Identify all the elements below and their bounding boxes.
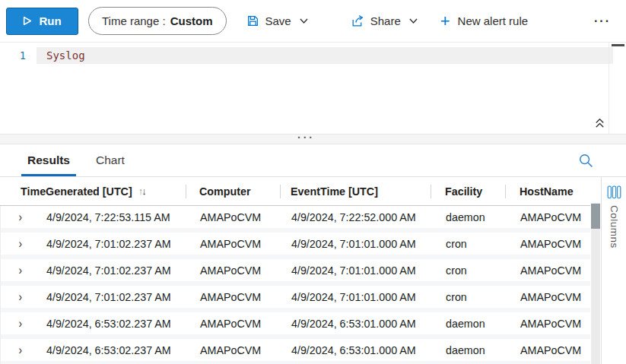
column-separator (186, 185, 186, 198)
query-toolbar: Run Time range : Custom Save (0, 0, 626, 43)
cell-event-time: 4/9/2024, 6:53:01.000 AM (281, 318, 431, 330)
columns-icon[interactable] (607, 185, 621, 199)
cell-hostname: AMAPoCVM (506, 264, 591, 277)
editor-scrollbar-track[interactable] (609, 43, 626, 134)
table-row[interactable]: › 4/9/2024, 7:01:02.237 AM AMAPoCVM 4/9/… (1, 286, 590, 312)
chevron-down-icon (300, 17, 308, 24)
collapse-editor-button[interactable] (591, 115, 608, 130)
cell-computer: AMAPoCVM (186, 264, 281, 277)
sort-icon[interactable]: ↑↓ (138, 185, 145, 197)
cell-computer: AMAPoCVM (186, 318, 281, 330)
cell-hostname: AMAPoCVM (506, 318, 591, 330)
cell-time-generated: 4/9/2024, 7:01:02.237 AM (40, 291, 186, 303)
share-icon (351, 14, 364, 27)
cell-facility: cron (431, 291, 506, 303)
row-expand-icon[interactable]: › (19, 290, 23, 303)
columns-panel-label[interactable]: Columns (609, 205, 620, 248)
cell-facility: daemon (431, 211, 506, 223)
cell-event-time: 4/9/2024, 7:22:52.000 AM (281, 211, 431, 223)
query-editor[interactable]: 1 Syslog (0, 43, 626, 134)
line-number: 1 (0, 49, 37, 62)
run-button-label: Run (39, 14, 61, 27)
cell-hostname: AMAPoCVM (506, 344, 591, 356)
search-icon[interactable] (578, 153, 595, 169)
cell-facility: cron (431, 238, 506, 250)
share-button-label: Share (370, 14, 401, 27)
cell-time-generated: 4/9/2024, 6:53:02.237 AM (40, 344, 186, 356)
more-options-button[interactable]: ··· (594, 14, 611, 28)
editor-scroll-marker (612, 44, 624, 46)
table-row[interactable]: › 4/9/2024, 7:01:02.237 AM AMAPoCVM 4/9/… (1, 259, 590, 286)
table-scrollbar[interactable] (591, 203, 600, 364)
share-button[interactable]: Share (351, 14, 418, 27)
current-line-highlight: Syslog (37, 47, 613, 64)
cell-facility: daemon (431, 318, 506, 330)
editor-line: 1 Syslog (0, 47, 613, 64)
cell-computer: AMAPoCVM (186, 291, 281, 303)
cell-event-time: 4/9/2024, 7:01:01.000 AM (281, 238, 431, 250)
cell-event-time: 4/9/2024, 6:53:01.000 AM (281, 344, 431, 356)
column-separator (280, 185, 281, 198)
chevron-down-icon (409, 17, 418, 24)
query-text: Syslog (46, 49, 85, 62)
cell-time-generated: 4/9/2024, 6:53:02.237 AM (40, 318, 186, 330)
table-row[interactable]: › 4/9/2024, 6:53:02.237 AM AMAPoCVM 4/9/… (1, 339, 590, 364)
double-chevron-up-icon (593, 116, 606, 129)
cell-time-generated: 4/9/2024, 7:01:02.237 AM (40, 264, 186, 277)
table-row[interactable]: › 4/9/2024, 7:01:02.237 AM AMAPoCVM 4/9/… (1, 233, 590, 259)
cell-hostname: AMAPoCVM (506, 291, 591, 303)
columns-panel: Columns (601, 177, 626, 364)
time-range-label: Time range : (102, 14, 166, 27)
cell-hostname: AMAPoCVM (506, 238, 591, 250)
table-row[interactable]: › 4/9/2024, 7:22:53.115 AM AMAPoCVM 4/9/… (1, 206, 590, 233)
cell-time-generated: 4/9/2024, 7:01:02.237 AM (40, 238, 186, 250)
save-icon (246, 14, 259, 27)
play-icon (23, 16, 32, 26)
header-hostname[interactable]: HostName (505, 185, 590, 198)
tab-results[interactable]: Results (21, 144, 76, 176)
cell-facility: cron (431, 264, 506, 277)
results-table-header: TimeGenerated [UTC] ↑↓ Computer EventTim… (0, 177, 590, 206)
save-button[interactable]: Save (246, 14, 308, 27)
row-expand-icon[interactable]: › (19, 264, 23, 277)
log-analytics-query-window: Run Time range : Custom Save (0, 0, 626, 364)
results-panel: Results Chart TimeGenerated [UTC] ↑↓ Com… (0, 144, 626, 364)
cell-event-time: 4/9/2024, 7:01:01.000 AM (281, 264, 431, 277)
cell-computer: AMAPoCVM (186, 211, 281, 223)
save-button-label: Save (265, 14, 291, 27)
table-row[interactable]: › 4/9/2024, 6:53:02.237 AM AMAPoCVM 4/9/… (1, 312, 590, 339)
new-alert-rule-label: New alert rule (458, 14, 529, 27)
cell-time-generated: 4/9/2024, 7:22:53.115 AM (40, 211, 186, 223)
header-computer[interactable]: Computer (186, 185, 280, 198)
cell-hostname: AMAPoCVM (506, 211, 591, 223)
row-expand-icon[interactable]: › (19, 343, 23, 356)
column-separator (431, 185, 431, 198)
panel-resize-handle[interactable]: ··· (0, 134, 626, 144)
cell-computer: AMAPoCVM (186, 344, 281, 356)
new-alert-rule-button[interactable]: + New alert rule (440, 13, 528, 30)
header-event-time[interactable]: EventTime [UTC] (280, 185, 431, 198)
time-range-picker[interactable]: Time range : Custom (88, 7, 227, 35)
table-scrollbar-thumb[interactable] (591, 204, 600, 229)
time-range-value: Custom (170, 14, 213, 27)
run-button[interactable]: Run (6, 8, 78, 35)
row-expand-icon[interactable]: › (19, 237, 23, 250)
results-tabs: Results Chart (0, 144, 626, 177)
cell-event-time: 4/9/2024, 7:01:01.000 AM (281, 291, 431, 303)
header-time-generated[interactable]: TimeGenerated [UTC] ↑↓ (0, 185, 186, 198)
column-separator (505, 185, 506, 198)
row-expand-icon[interactable]: › (19, 210, 23, 223)
results-table-body: › 4/9/2024, 7:22:53.115 AM AMAPoCVM 4/9/… (0, 206, 590, 364)
tab-chart[interactable]: Chart (93, 144, 128, 176)
cell-computer: AMAPoCVM (186, 238, 281, 250)
cell-facility: daemon (431, 344, 506, 356)
header-facility[interactable]: Facility (431, 185, 505, 198)
drag-handle-icon: ··· (297, 131, 315, 144)
plus-icon: + (440, 13, 450, 30)
row-expand-icon[interactable]: › (19, 317, 23, 330)
